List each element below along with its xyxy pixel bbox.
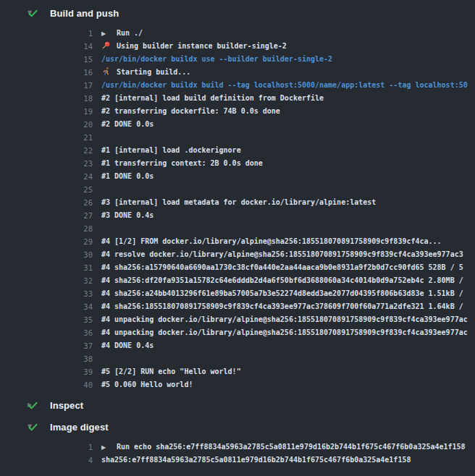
log-line: 37#4 DONE 0.4s <box>0 339 475 352</box>
line-number[interactable]: 34 <box>0 300 93 313</box>
section-title-image-digest: Image digest <box>50 422 109 433</box>
line-number[interactable]: 29 <box>0 235 93 248</box>
line-number[interactable]: 20 <box>0 118 93 131</box>
log-line: 38 <box>0 352 475 365</box>
actions-log-viewer: ▼Build and push1▶Run ./14Using builder i… <box>0 0 475 476</box>
line-number[interactable]: 31 <box>0 261 93 274</box>
log-line-content <box>93 131 475 144</box>
log-text: #2 [internal] load build definition from… <box>101 94 324 102</box>
log-line-content <box>93 352 475 365</box>
section-inspect: ▶Inspect <box>0 394 475 416</box>
line-number[interactable]: 4 <box>0 454 93 467</box>
collapse-triangle-icon[interactable]: ▼ <box>0 2 28 24</box>
log-line: 4sha256:e7ff8834a5963a2785c5a0811e979d16… <box>0 454 475 467</box>
expand-run-chevron-icon[interactable]: ▶ <box>101 27 117 40</box>
log-line-content: #4 [1/2] FROM docker.io/library/alpine@s… <box>93 235 475 248</box>
collapse-triangle-icon[interactable]: ▼ <box>0 416 28 438</box>
log-line: 34#4 sha256:185518070891758909c9f839cf4c… <box>0 300 475 313</box>
log-line: 17/usr/bin/docker buildx build --tag loc… <box>0 79 475 92</box>
line-number[interactable]: 40 <box>0 378 93 391</box>
log-text: #2 transferring dockerfile: 74B 0.0s don… <box>101 107 280 115</box>
log-line-content: #4 resolve docker.io/library/alpine@sha2… <box>93 248 475 261</box>
log-text: Run ./ <box>117 29 143 37</box>
log-line-content: #4 sha256:185518070891758909c9f839cf4ca3… <box>93 300 475 313</box>
section-lines-image-digest: 1▶Run echo sha256:e7ff8834a5963a2785c5a0… <box>0 438 475 469</box>
log-text: #4 sha256:185518070891758909c9f839cf4ca3… <box>101 302 463 310</box>
log-text: /usr/bin/docker buildx use --builder bui… <box>101 55 332 63</box>
line-number[interactable]: 14 <box>0 40 93 53</box>
expand-triangle-icon[interactable]: ▶ <box>0 394 28 416</box>
runner-icon <box>101 67 117 79</box>
log-text: #1 DONE 0.0s <box>101 172 154 180</box>
log-line-content: #1 [internal] load .dockerignore <box>93 144 475 157</box>
log-line-content: /usr/bin/docker buildx use --builder bui… <box>93 53 475 66</box>
line-number[interactable]: 21 <box>0 131 93 144</box>
log-line-content: ▶Run ./ <box>93 27 475 40</box>
line-number[interactable]: 26 <box>0 196 93 209</box>
check-icon <box>28 400 39 411</box>
line-number[interactable]: 32 <box>0 274 93 287</box>
line-number[interactable]: 38 <box>0 352 93 365</box>
section-title-inspect: Inspect <box>50 400 83 411</box>
log-line-content: #3 DONE 0.4s <box>93 209 475 222</box>
line-number[interactable]: 39 <box>0 365 93 378</box>
line-number[interactable]: 36 <box>0 326 93 339</box>
line-number[interactable]: 28 <box>0 222 93 235</box>
log-line: 24#1 DONE 0.0s <box>0 170 475 183</box>
line-number[interactable]: 25 <box>0 183 93 196</box>
log-text: #4 [1/2] FROM docker.io/library/alpine@s… <box>101 237 442 245</box>
line-number[interactable]: 16 <box>0 66 93 79</box>
pushpin-icon <box>101 41 117 53</box>
line-number[interactable]: 17 <box>0 79 93 92</box>
log-line: 33#4 sha256:a24bb4013296f61e89ba57005a7b… <box>0 287 475 300</box>
section-header-image-digest[interactable]: ▼Image digest <box>0 416 475 438</box>
log-line: 30#4 resolve docker.io/library/alpine@sh… <box>0 248 475 261</box>
check-icon <box>28 8 39 19</box>
log-text: #4 unpacking docker.io/library/alpine@sh… <box>101 315 468 323</box>
log-line: 25 <box>0 183 475 196</box>
line-number[interactable]: 1 <box>0 27 93 40</box>
log-text: #5 0.060 Hello world! <box>101 381 193 388</box>
line-number[interactable]: 18 <box>0 92 93 105</box>
log-line-content: #4 DONE 0.4s <box>93 339 475 352</box>
expand-run-chevron-icon[interactable]: ▶ <box>101 441 117 454</box>
line-number[interactable]: 19 <box>0 105 93 118</box>
log-line-content: #4 sha256:a24bb4013296f61e89ba57005a7b3e… <box>93 287 475 300</box>
log-line: 16Starting build... <box>0 66 475 79</box>
log-line: 35#4 unpacking docker.io/library/alpine@… <box>0 313 475 326</box>
log-text: #3 DONE 0.4s <box>101 211 154 219</box>
log-text: #2 DONE 0.0s <box>101 120 154 128</box>
log-text: #5 [2/2] RUN echo "Hello world!" <box>101 367 241 375</box>
line-number[interactable]: 37 <box>0 339 93 352</box>
line-number[interactable]: 30 <box>0 248 93 261</box>
section-title-build-and-push: Build and push <box>50 8 119 19</box>
log-text: Run echo sha256:e7ff8834a5963a2785c5a081… <box>117 443 466 451</box>
line-number[interactable]: 33 <box>0 287 93 300</box>
line-number[interactable]: 35 <box>0 313 93 326</box>
log-sections: ▼Build and push1▶Run ./14Using builder i… <box>0 2 475 469</box>
log-text: #1 [internal] load .dockerignore <box>101 146 241 154</box>
log-line-content: #1 transferring context: 2B 0.0s done <box>93 157 475 170</box>
log-line: 28 <box>0 222 475 235</box>
section-header-build-and-push[interactable]: ▼Build and push <box>0 2 475 24</box>
log-line: 23#1 transferring context: 2B 0.0s done <box>0 157 475 170</box>
log-line: 36#4 unpacking docker.io/library/alpine@… <box>0 326 475 339</box>
log-line-content <box>93 183 475 196</box>
line-number[interactable]: 24 <box>0 170 93 183</box>
log-text: Starting build... <box>117 68 190 76</box>
line-number[interactable]: 27 <box>0 209 93 222</box>
log-line: 19#2 transferring dockerfile: 74B 0.0s d… <box>0 105 475 118</box>
log-text: #1 transferring context: 2B 0.0s done <box>101 159 263 167</box>
line-number[interactable]: 23 <box>0 157 93 170</box>
line-number[interactable]: 1 <box>0 441 93 454</box>
log-line: 26#3 [internal] load metadata for docker… <box>0 196 475 209</box>
log-line: 40#5 0.060 Hello world! <box>0 378 475 391</box>
log-line: 39#5 [2/2] RUN echo "Hello world!" <box>0 365 475 378</box>
line-number[interactable]: 22 <box>0 144 93 157</box>
log-line: 1▶Run ./ <box>0 27 475 40</box>
section-header-inspect[interactable]: ▶Inspect <box>0 394 475 416</box>
line-number[interactable]: 15 <box>0 53 93 66</box>
log-text: #4 DONE 0.4s <box>101 341 154 349</box>
log-line-content: #2 transferring dockerfile: 74B 0.0s don… <box>93 105 475 118</box>
log-line-content: #4 unpacking docker.io/library/alpine@sh… <box>93 326 475 339</box>
